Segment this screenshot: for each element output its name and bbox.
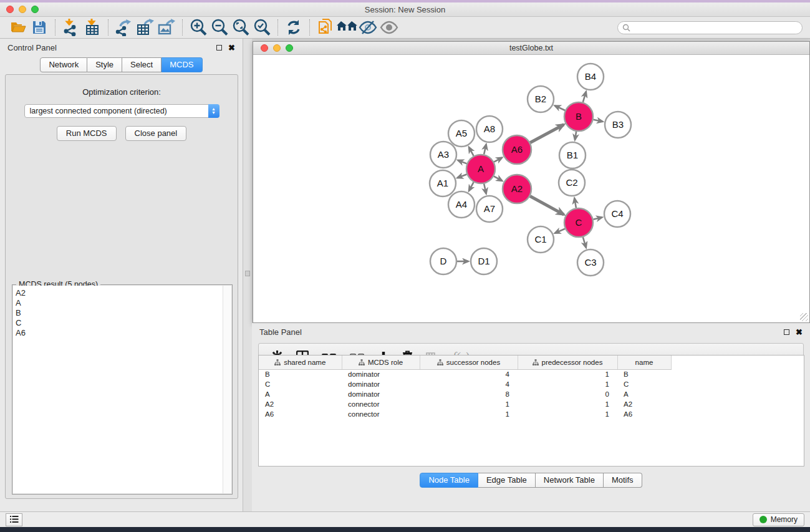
result-scrollbar[interactable] [223, 286, 231, 493]
table-cell[interactable]: 8 [420, 389, 518, 399]
save-session-icon[interactable] [29, 18, 50, 37]
mcds-result-item[interactable]: A [16, 298, 223, 308]
graph-node-A1[interactable]: A1 [430, 170, 456, 196]
network-graph[interactable]: AA1A2A3A4A5A6A7A8BB1B2B3B4CC1C2C3C4DD1 [253, 56, 809, 322]
network-canvas[interactable]: AA1A2A3A4A5A6A7A8BB1B2B3B4CC1C2C3C4DD1 [253, 56, 809, 322]
graph-node-A2[interactable]: A2 [503, 175, 531, 203]
graph-edge-B-B4[interactable] [583, 92, 586, 102]
graph-edge-A2-C[interactable] [530, 196, 564, 215]
hide-selected-icon[interactable] [357, 18, 378, 37]
table-cell[interactable]: A6 [617, 409, 671, 419]
tab-select[interactable]: Select [122, 57, 162, 72]
float-panel-icon[interactable] [216, 45, 222, 51]
column-header-name[interactable]: name [617, 355, 671, 369]
column-header-shared-name[interactable]: shared name [259, 355, 342, 369]
table-cell[interactable]: A [617, 389, 671, 399]
first-neighbors-icon[interactable] [336, 18, 357, 37]
graph-edge-A-A4[interactable] [469, 182, 474, 191]
graph-edge-A-A7[interactable] [484, 183, 486, 193]
tab-edge-table[interactable]: Edge Table [478, 473, 536, 488]
clone-network-icon[interactable] [315, 18, 336, 37]
table-row[interactable]: A6connector11A6 [259, 409, 685, 419]
graph-node-B3[interactable]: B3 [605, 112, 631, 138]
graph-node-A[interactable]: A [466, 155, 495, 183]
tab-network[interactable]: Network [40, 57, 87, 72]
table-cell[interactable]: B [617, 369, 671, 379]
zoom-fit-icon[interactable] [230, 18, 251, 37]
table-cell[interactable]: 1 [420, 399, 518, 409]
graph-edge-C-C1[interactable] [555, 229, 565, 233]
import-table-icon[interactable] [82, 18, 103, 37]
table-row[interactable]: A2connector11A2 [259, 399, 685, 409]
mcds-result-item[interactable]: B [16, 308, 223, 318]
graph-edge-A-A2[interactable] [494, 177, 502, 181]
table-cell[interactable]: A2 [617, 399, 671, 409]
tab-network-table[interactable]: Network Table [536, 473, 604, 488]
table-cell[interactable]: 4 [420, 369, 518, 379]
table-cell[interactable]: C [617, 379, 671, 389]
table-cell[interactable]: dominator [342, 389, 420, 399]
open-session-icon[interactable] [7, 18, 29, 37]
graph-edge-A-A8[interactable] [484, 144, 486, 154]
splitter-handle[interactable] [245, 271, 250, 276]
graph-node-C[interactable]: C [564, 208, 593, 237]
graph-node-A6[interactable]: A6 [503, 135, 531, 164]
graph-edge-A6-B[interactable] [530, 125, 564, 143]
column-header-successor-nodes[interactable]: successor nodes [420, 355, 518, 369]
table-cell[interactable]: connector [342, 399, 420, 409]
close-table-panel-icon[interactable]: ✖ [796, 329, 803, 335]
refresh-icon[interactable] [283, 18, 304, 37]
import-network-icon[interactable] [60, 18, 82, 37]
table-cell[interactable]: A [259, 389, 342, 399]
graph-node-B1[interactable]: B1 [559, 142, 586, 168]
table-cell[interactable]: A2 [259, 399, 342, 409]
graph-edge-A-A6[interactable] [494, 158, 502, 162]
table-row[interactable]: Cdominator41C [259, 379, 685, 389]
graph-node-A5[interactable]: A5 [448, 120, 475, 147]
tab-style[interactable]: Style [87, 57, 122, 72]
search-input[interactable] [617, 21, 803, 34]
float-table-panel-icon[interactable] [784, 329, 789, 335]
table-cell[interactable]: dominator [342, 369, 420, 379]
graph-node-B2[interactable]: B2 [528, 86, 554, 112]
tab-mcds[interactable]: MCDS [162, 57, 202, 72]
table-cell[interactable]: connector [342, 409, 420, 419]
zoom-in-icon[interactable] [188, 18, 209, 37]
graph-node-C3[interactable]: C3 [577, 249, 604, 276]
run-mcds-button[interactable]: Run MCDS [57, 126, 117, 141]
optimization-criterion-select[interactable]: largest connected component (directed) ▲… [24, 104, 219, 118]
window-resize-grip[interactable] [800, 313, 808, 321]
graph-node-A4[interactable]: A4 [448, 191, 475, 218]
memory-button[interactable]: Memory [753, 513, 804, 526]
graph-node-B[interactable]: B [564, 102, 593, 131]
graph-edge-A-A3[interactable] [458, 160, 466, 163]
graph-node-B4[interactable]: B4 [577, 64, 604, 90]
graph-edge-A-A5[interactable] [469, 147, 474, 156]
mcds-result-item[interactable]: C [16, 318, 223, 328]
show-all-icon[interactable] [378, 18, 400, 37]
table-cell[interactable]: dominator [342, 379, 420, 389]
graph-edge-A-A1[interactable] [457, 174, 466, 178]
table-cell[interactable]: 1 [518, 369, 617, 379]
table-cell[interactable]: B [259, 369, 342, 379]
tab-motifs[interactable]: Motifs [604, 473, 642, 488]
graph-edge-C-C3[interactable] [583, 237, 586, 248]
mcds-result-item[interactable]: A2 [16, 288, 223, 298]
graph-edge-C-C4[interactable] [593, 218, 602, 220]
export-image-icon[interactable] [156, 18, 177, 37]
graph-node-A3[interactable]: A3 [430, 142, 456, 168]
graph-node-A8[interactable]: A8 [476, 116, 503, 142]
graph-node-D[interactable]: D [430, 248, 456, 274]
table-cell[interactable]: 1 [518, 399, 617, 409]
mcds-result-item[interactable]: A6 [16, 328, 223, 338]
column-header-predecessor-nodes[interactable]: predecessor nodes [518, 355, 617, 369]
table-cell[interactable]: 4 [420, 379, 518, 389]
zoom-selected-icon[interactable] [251, 18, 272, 37]
zoom-out-icon[interactable] [209, 18, 230, 37]
graph-edge-B-B3[interactable] [594, 120, 603, 122]
table-row[interactable]: Adominator80A [259, 389, 685, 399]
table-cell[interactable]: 1 [518, 409, 617, 419]
close-panel-button[interactable]: Close panel [125, 126, 187, 141]
graph-node-A7[interactable]: A7 [476, 196, 503, 222]
panel-splitter[interactable] [243, 39, 252, 511]
